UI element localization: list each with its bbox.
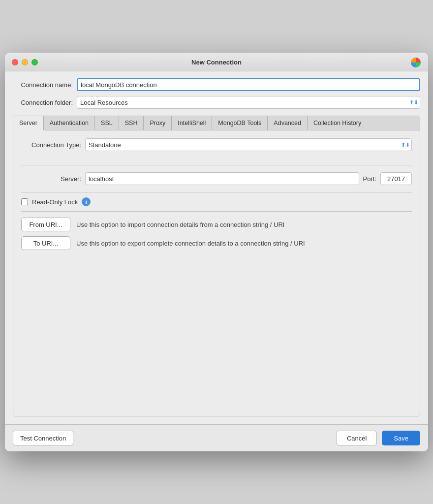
connection-type-wrapper: Standalone Replica Set Sharded Cluster ⬆… — [85, 138, 412, 151]
server-input[interactable] — [85, 172, 359, 185]
tab-collection-history[interactable]: Collection History — [308, 116, 367, 130]
main-window: New Connection Connection name: Connecti… — [5, 53, 428, 451]
connection-folder-wrapper: Local Resources ⬆⬇ — [77, 96, 420, 109]
connection-type-select[interactable]: Standalone Replica Set Sharded Cluster — [85, 138, 412, 151]
to-uri-description: Use this option to export complete conne… — [76, 240, 305, 247]
tab-content-inner: Connection Type: Standalone Replica Set … — [21, 138, 412, 255]
connection-type-row: Connection Type: Standalone Replica Set … — [21, 138, 412, 151]
right-buttons: Cancel Save — [337, 431, 420, 445]
connection-folder-row: Connection folder: Local Resources ⬆⬇ — [13, 96, 420, 109]
readonly-checkbox[interactable] — [21, 198, 28, 205]
title-bar: New Connection — [5, 53, 428, 71]
tabs-header: Server Authentication SSL SSH Proxy Inte… — [13, 116, 420, 130]
connection-folder-label: Connection folder: — [13, 99, 77, 106]
connection-name-label: Connection name: — [13, 81, 77, 89]
to-uri-row: To URI... Use this option to export comp… — [21, 236, 412, 250]
tab-ssh[interactable]: SSH — [119, 116, 144, 130]
color-icon — [410, 57, 421, 68]
traffic-lights — [12, 59, 38, 65]
from-uri-button[interactable]: From URI... — [21, 218, 70, 231]
server-port-row: Server: Port: — [21, 172, 412, 185]
close-button[interactable] — [12, 59, 18, 65]
from-uri-description: Use this option to import connection det… — [76, 221, 284, 228]
server-label: Server: — [21, 175, 85, 183]
tab-ssl[interactable]: SSL — [95, 116, 119, 130]
maximize-button[interactable] — [31, 59, 38, 65]
window-content: Connection name: Connection folder: Loca… — [5, 71, 428, 424]
bottom-bar: Test Connection Cancel Save — [5, 424, 428, 451]
info-badge[interactable]: i — [82, 197, 91, 206]
from-uri-row: From URI... Use this option to import co… — [21, 218, 412, 231]
tab-intellishell[interactable]: IntelliShell — [172, 116, 212, 130]
window-title: New Connection — [191, 59, 242, 66]
tab-advanced[interactable]: Advanced — [268, 116, 308, 130]
minimize-button[interactable] — [22, 59, 28, 65]
tab-content-server: Connection Type: Standalone Replica Set … — [13, 130, 420, 416]
section-divider-1 — [21, 165, 412, 165]
readonly-label: Read-Only Lock — [32, 198, 78, 206]
test-connection-button[interactable]: Test Connection — [13, 431, 73, 445]
cancel-button[interactable]: Cancel — [337, 431, 377, 445]
port-label: Port: — [359, 175, 380, 183]
connection-name-input[interactable] — [77, 78, 420, 91]
connection-folder-select[interactable]: Local Resources — [77, 96, 420, 109]
tabs-container: Server Authentication SSL SSH Proxy Inte… — [13, 116, 420, 416]
tab-authentication[interactable]: Authentication — [44, 116, 95, 130]
connection-type-label: Connection Type: — [21, 141, 85, 149]
to-uri-button[interactable]: To URI... — [21, 236, 70, 250]
connection-name-row: Connection name: — [13, 78, 420, 91]
tab-server[interactable]: Server — [13, 116, 44, 130]
port-input[interactable] — [380, 172, 412, 185]
readonly-row: Read-Only Lock i — [21, 192, 412, 211]
tab-proxy[interactable]: Proxy — [144, 116, 172, 130]
tab-mongodb-tools[interactable]: MongoDB Tools — [212, 116, 268, 130]
save-button[interactable]: Save — [382, 431, 420, 445]
uri-section: From URI... Use this option to import co… — [21, 211, 412, 255]
